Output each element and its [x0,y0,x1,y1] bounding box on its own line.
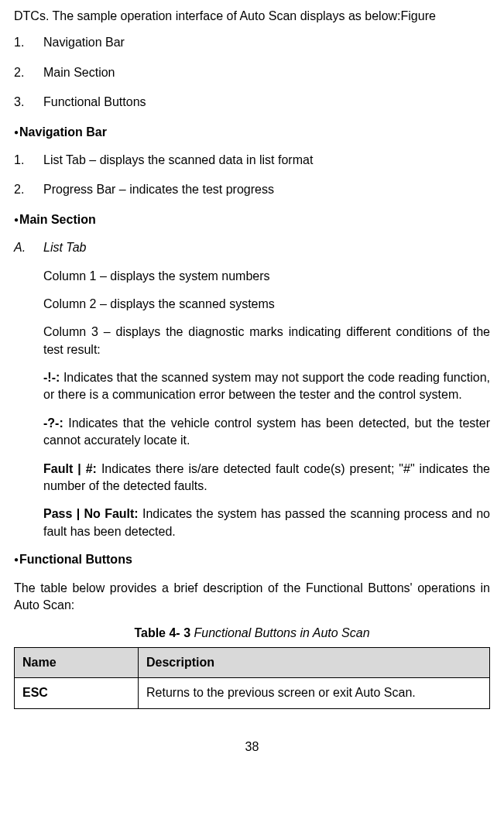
mark-body: Indicates that the scanned system may no… [43,371,490,401]
column-2-desc: Column 2 – displays the scanned systems [43,296,490,313]
list-tab-item: A.List Tab [14,239,490,256]
item-number: 1. [14,152,43,169]
caption-title: Functional Buttons in Auto Scan [190,626,370,639]
col-name-header: Name [15,647,139,677]
mark-fault: Fault | #: Indicates there is/are detect… [43,461,490,495]
item-text: Functional Buttons [43,95,146,108]
item-text: Progress Bar – indicates the test progre… [43,183,274,196]
button-desc-cell: Returns to the previous screen or exit A… [139,678,490,708]
column-1-desc: Column 1 – displays the system numbers [43,268,490,285]
item-text: List Tab – displays the scanned data in … [43,153,313,166]
item-number: 2. [14,181,43,198]
func-intro: The table below provides a brief descrip… [14,580,490,615]
navbar-item-1: 1.List Tab – displays the scanned data i… [14,152,490,169]
mark-question: -?-: Indicates that the vehicle control … [43,415,490,450]
item-number: 3. [14,94,43,111]
overview-item-2: 2.Main Section [14,64,490,81]
mark-exclaim: -!-: Indicates that the scanned system m… [43,369,490,404]
navbar-item-2: 2.Progress Bar – indicates the test prog… [14,181,490,198]
mark-body: Indicates that the vehicle control syste… [43,416,490,447]
caption-label: Table 4- 3 [134,626,190,639]
mark-label: -!-: [43,371,63,384]
table-caption: Table 4- 3 Functional Buttons in Auto Sc… [14,625,490,642]
table-header-row: Name Description [15,647,490,677]
table-row: ESC Returns to the previous screen or ex… [15,678,490,708]
button-name-cell: ESC [15,678,139,708]
overview-item-3: 3.Functional Buttons [14,94,490,111]
heading-main-section: Main Section [14,211,490,228]
page-number: 38 [14,738,490,756]
col-desc-header: Description [139,647,490,677]
mark-pass: Pass | No Fault: Indicates the system ha… [43,505,490,540]
item-text: Main Section [43,66,115,79]
item-text: Navigation Bar [43,36,125,49]
mark-label: Fault | #: [43,462,101,475]
column-3-desc: Column 3 – displays the diagnostic marks… [43,324,490,358]
functional-buttons-table: Name Description ESC Returns to the prev… [14,647,490,709]
item-number: 2. [14,64,43,81]
heading-functional-buttons: Functional Buttons [14,551,490,568]
item-number: 1. [14,34,43,51]
mark-label: -?-: [43,416,68,430]
heading-navigation-bar: Navigation Bar [14,124,490,141]
list-tab-details: Column 1 – displays the system numbers C… [14,268,490,541]
item-text: List Tab [43,241,86,254]
intro-line: DTCs. The sample operation interface of … [14,8,490,25]
item-letter: A. [14,239,43,256]
overview-item-1: 1.Navigation Bar [14,34,490,51]
mark-body: Indicates there is/are detected fault co… [43,462,490,492]
mark-label: Pass | No Fault: [43,507,142,520]
